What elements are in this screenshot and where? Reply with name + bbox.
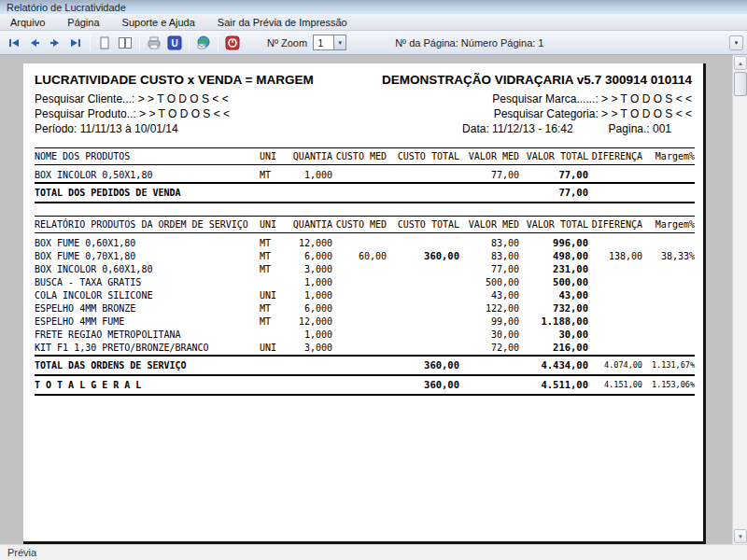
cell: MT <box>260 250 286 263</box>
periodo-row: Período: 11/11/13 à 10/01/14 Data: 11/12… <box>35 122 692 135</box>
cell <box>387 165 459 184</box>
cell <box>588 165 642 184</box>
titlebar[interactable]: Relatório de Lucratividade <box>0 0 747 15</box>
menu-sair-da-previa[interactable]: Sair da Prévia de Impressão <box>215 16 350 29</box>
menubar: Arquivo Página Suporte e Ajuda Sair da P… <box>0 15 747 31</box>
cell: ESPELHO 4MM FUME <box>35 315 260 329</box>
next-page-icon <box>48 35 63 50</box>
cell <box>260 329 286 342</box>
header-cell: RELATÓRIO PRODUTOS DA ORDEM DE SERVIÇO <box>35 217 260 233</box>
report-title-right: DEMONSTRAÇÃO VIDRAÇARIA v5.7 300914 0101… <box>382 73 692 87</box>
cell <box>332 302 387 315</box>
filter-categoria: Pesquisar Categoria: > > T O D O S < < <box>494 107 692 120</box>
cell: 1,000 <box>286 276 332 289</box>
cell: 30,00 <box>459 329 519 342</box>
cell: 3,000 <box>286 263 332 276</box>
previous-page-button[interactable] <box>24 34 45 52</box>
cell: 231,00 <box>519 263 588 276</box>
cell <box>260 183 286 203</box>
next-page-button[interactable] <box>45 34 65 52</box>
scrollbar-thumb[interactable] <box>734 72 747 96</box>
report-page-number: Pagina.: 001 <box>609 122 671 135</box>
header-cell: VALOR TOTAL <box>519 217 588 233</box>
header-cell: UNI <box>260 217 286 233</box>
cell <box>332 342 387 356</box>
header-cell: Margem% <box>642 148 695 165</box>
cell: 4.434,00 <box>519 356 588 375</box>
cell <box>588 342 642 356</box>
cell: UNI <box>260 289 286 302</box>
table-row: BOX FUME 0,60X1,80MT12,00083,00996,00 <box>35 233 695 251</box>
toolbar-overflow-button[interactable]: ▼ <box>729 35 743 50</box>
chevron-down-icon[interactable]: ▼ <box>333 35 345 49</box>
filters-row-2: Pesquisar Produto..: > > T O D O S < < P… <box>35 107 692 120</box>
print-options-icon: U <box>167 35 182 50</box>
header-cell: QUANTIA <box>286 148 332 165</box>
table-row: ESPELHO 4MM FUMEMT12,00099,001.188,00 <box>35 315 695 329</box>
menu-arquivo[interactable]: Arquivo <box>7 16 48 29</box>
last-page-button[interactable] <box>65 34 86 52</box>
close-preview-button[interactable] <box>222 34 243 52</box>
header-cell: Margem% <box>642 217 695 233</box>
svg-text:U: U <box>171 38 177 49</box>
scroll-up-button[interactable]: ▲ <box>734 56 747 70</box>
cell <box>332 183 387 203</box>
cell: 77,00 <box>459 263 519 276</box>
cell: MT <box>260 263 286 276</box>
cell: MT <box>260 233 286 251</box>
vertical-scrollbar[interactable]: ▲ ▼ <box>732 55 747 544</box>
cell <box>286 183 332 203</box>
menu-suporte-e-ajuda[interactable]: Suporte e Ajuda <box>120 16 198 29</box>
cell: BUSCA - TAXA GRATIS <box>35 276 260 289</box>
cell: 4.074,00 <box>588 356 642 375</box>
cell: 30,00 <box>519 329 588 342</box>
cell: 4.151,00 <box>588 375 642 395</box>
cell <box>642 315 695 329</box>
cell: 498,00 <box>519 250 588 263</box>
cell: KIT F1 1,30 PRETO/BRONZE/BRANCO <box>35 342 260 356</box>
cell <box>459 375 519 395</box>
cell <box>260 276 286 289</box>
cell: TOTAL DOS PEDIDOS DE VENDA <box>35 183 260 203</box>
cell: 77,00 <box>519 183 588 203</box>
header-cell: VALOR TOTAL <box>519 148 588 165</box>
total-row: TOTAL DOS PEDIDOS DE VENDA77,00 <box>35 183 695 203</box>
cell: BOX FUME 0,60X1,80 <box>35 233 260 251</box>
cell: 500,00 <box>459 276 519 289</box>
zoom-select[interactable]: 1 ▼ <box>313 35 346 50</box>
cell: 4.511,00 <box>519 375 588 395</box>
table-row: KIT F1 1,30 PRETO/BRONZE/BRANCOUNI3,0007… <box>35 342 695 356</box>
menu-pagina[interactable]: Página <box>64 16 102 29</box>
cell: BOX INCOLOR 0,50X1,80 <box>35 165 260 184</box>
cell <box>332 329 387 342</box>
print-options-button[interactable]: U <box>164 34 185 52</box>
first-page-button[interactable] <box>4 34 24 52</box>
print-button[interactable] <box>144 34 164 52</box>
header-cell: UNI <box>260 148 286 165</box>
cell: 1.153,06% <box>642 375 695 395</box>
single-page-view-button[interactable] <box>94 34 115 52</box>
cell: 216,00 <box>519 342 588 356</box>
globe-icon <box>196 35 211 50</box>
scroll-down-button[interactable]: ▼ <box>734 529 747 543</box>
cell <box>332 233 387 251</box>
header-cell: CUSTO TOTAL <box>387 148 459 165</box>
table-row: BUSCA - TAXA GRATIS1,000500,00500,00 <box>35 276 695 289</box>
cell: 360,00 <box>387 356 459 375</box>
cell: 6,000 <box>286 250 332 263</box>
cell <box>387 276 459 289</box>
cell: 6,000 <box>286 302 332 315</box>
header-row: RELATÓRIO PRODUTOS DA ORDEM DE SERVIÇOUN… <box>35 217 695 233</box>
cell: 99,00 <box>459 315 519 329</box>
table-row: BOX INCOLOR 0,50X1,80MT1,00077,0077,00 <box>35 165 695 184</box>
total-row: TOTAL DAS ORDENS DE SERVIÇO360,004.434,0… <box>35 356 695 375</box>
cell <box>459 183 519 203</box>
header-cell: CUSTO TOTAL <box>387 217 459 233</box>
pedidos-table: NOME DOS PRODUTOSUNIQUANTIACUSTO MEDCUST… <box>35 147 695 203</box>
filter-produto: Pesquisar Produto..: > > T O D O S < < <box>35 107 230 120</box>
export-web-button[interactable] <box>193 34 214 52</box>
first-page-icon <box>7 35 21 50</box>
two-page-view-button[interactable] <box>115 34 135 52</box>
cell <box>642 263 695 276</box>
cell <box>387 342 459 356</box>
